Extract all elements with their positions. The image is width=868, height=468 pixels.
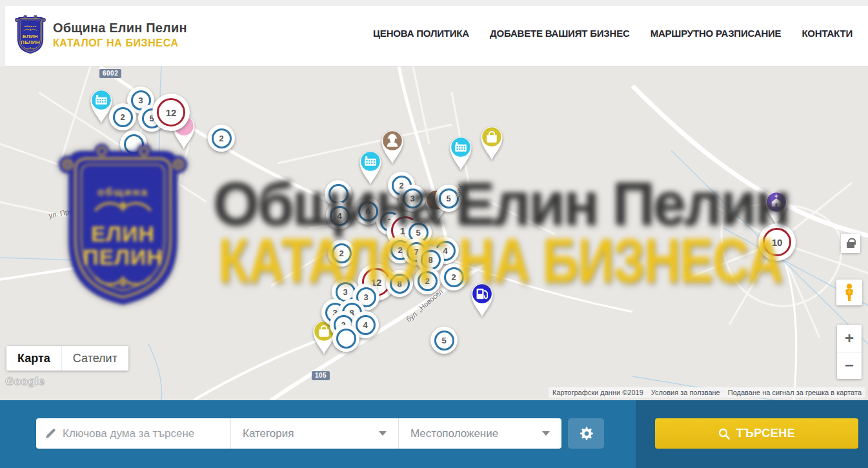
category-dropdown[interactable]: Категория: [230, 418, 398, 449]
attribution-report-link[interactable]: Подаване на сигнал за грешка в картата: [728, 389, 862, 396]
svg-text:ЕЛИН: ЕЛИН: [23, 34, 38, 39]
google-logo[interactable]: Google: [5, 375, 45, 388]
location-dropdown[interactable]: Местоположение: [398, 418, 561, 449]
map-type-map-button[interactable]: Карта: [6, 346, 61, 371]
nav-contacts[interactable]: КОНТАКТИ: [802, 28, 853, 39]
cluster-marker[interactable]: 5: [430, 327, 458, 354]
keyword-search-input[interactable]: [63, 427, 224, 440]
chevron-down-icon: [542, 431, 550, 436]
chevron-down-icon: [379, 431, 387, 436]
site-title: Община Елин Пелин: [53, 21, 187, 36]
search-icon: [718, 428, 730, 440]
cluster-count: 4: [356, 315, 376, 335]
cluster-count: 5: [434, 331, 454, 351]
svg-text:община: община: [24, 25, 36, 28]
svg-text:община: община: [97, 185, 148, 198]
map-type-satellite-button[interactable]: Сателит: [61, 346, 128, 371]
road-badge: 105: [312, 371, 330, 380]
lock-icon: [847, 242, 854, 248]
map-canvas[interactable]: 3251222354671352274822128333834510600210…: [0, 66, 868, 400]
left-strip: [0, 0, 5, 66]
cluster-count: 2: [113, 107, 133, 127]
nav-add-your-business[interactable]: ДОБАВЕТЕ ВАШИЯТ БИЗНЕС: [490, 28, 630, 39]
search-submit-button[interactable]: ТЪРСЕНЕ: [655, 418, 858, 449]
cluster-count: 2: [212, 128, 232, 148]
cluster-marker[interactable]: [332, 325, 359, 352]
attribution-copyright: Картографски данни ©2019: [552, 389, 643, 396]
site-subtitle: КАТАЛОГ НА БИЗНЕСА: [53, 37, 187, 49]
brand-logo[interactable]: община ЕЛИН ПЕЛИН Община Елин Пелин КАТА…: [14, 14, 187, 56]
cluster-marker[interactable]: 12: [152, 94, 190, 131]
search-fields-row: Категория Местоположение: [36, 418, 561, 449]
main-nav: ЦЕНОВА ПОЛИТИКА ДОБАВЕТЕ ВАШИЯТ БИЗНЕС М…: [373, 0, 853, 66]
bag-pin[interactable]: [477, 124, 507, 161]
map-type-control: Карта Сателит: [6, 346, 128, 371]
factory-pin[interactable]: [446, 134, 476, 171]
pegman-icon: [843, 283, 855, 301]
location-dropdown-label: Местоположение: [410, 427, 498, 440]
cluster-marker[interactable]: 2: [208, 125, 235, 152]
cluster-count: 12: [157, 98, 185, 127]
municipality-crest-icon: община ЕЛИН ПЕЛИН: [14, 14, 46, 56]
street-view-pegman[interactable]: [836, 280, 862, 305]
svg-text:ПЕЛИН: ПЕЛИН: [83, 245, 163, 269]
cluster-marker[interactable]: 2: [109, 103, 136, 130]
category-dropdown-label: Категория: [243, 427, 294, 440]
map-attribution: Картографски данни ©2019 Условия за полз…: [549, 387, 865, 398]
cluster-count: [336, 329, 356, 349]
brand-text: Община Елин Пелин КАТАЛОГ НА БИЗНЕСА: [53, 21, 187, 49]
gear-icon: [578, 426, 594, 442]
search-submit-label: ТЪРСЕНЕ: [736, 427, 796, 440]
keyword-field-wrap: [36, 418, 230, 449]
advanced-settings-button[interactable]: [568, 418, 604, 449]
nav-route-schedule[interactable]: МАРШРУТНО РАЗПИСАНИЕ: [651, 28, 782, 39]
header: община ЕЛИН ПЕЛИН Община Елин Пелин КАТА…: [0, 0, 868, 66]
zoom-in-button[interactable]: +: [837, 325, 862, 352]
lock-control-button[interactable]: [841, 234, 860, 253]
zoom-out-button[interactable]: −: [837, 352, 862, 380]
nav-pricing-policy[interactable]: ЦЕНОВА ПОЛИТИКА: [373, 28, 469, 39]
pencil-icon: [45, 428, 56, 439]
watermark-crest: община ЕЛИН ПЕЛИН: [57, 141, 189, 312]
watermark-subtitle: КАТАЛОГ НА БИЗНЕСА: [218, 225, 782, 296]
page: община ЕЛИН ПЕЛИН Община Елин Пелин КАТА…: [0, 0, 868, 468]
attribution-terms-link[interactable]: Условия за ползване: [651, 389, 720, 396]
svg-text:ЕЛИН: ЕЛИН: [91, 221, 155, 246]
search-bar: Категория Местоположение ТЪРСЕНЕ: [0, 400, 868, 468]
svg-text:ПЕЛИН: ПЕЛИН: [21, 39, 40, 45]
road-badge: 6002: [99, 69, 121, 78]
zoom-control: + −: [837, 325, 862, 379]
